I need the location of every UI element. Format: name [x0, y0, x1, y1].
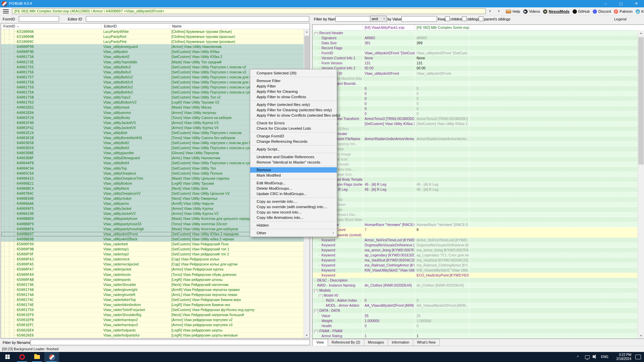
taskbar-item-fo4edit[interactable] — [44, 352, 59, 362]
collapse-icon[interactable]: − — [319, 295, 322, 298]
menu-item-apply-filter-for-cleaning-selected-files-only[interactable]: Apply Filter for Cleaning (selected file… — [250, 107, 337, 113]
menu-item-compare-selected-39[interactable]: Compare Selected (39) — [250, 70, 337, 76]
view-row[interactable]: ┄INRD - Instance Namingdn_Clothes [INNR:… — [313, 283, 638, 288]
minimize-button[interactable]: – — [598, 0, 613, 7]
view-row[interactable]: ┄45 - [A] R Leg45 - [A] R Leg45 - [A] R … — [313, 187, 638, 192]
menu-item-apply-script[interactable]: Apply Script... — [250, 146, 337, 152]
view-header-master-plugin[interactable]: [64] VtawUtilityPack1.esp — [363, 25, 415, 30]
view-row[interactable]: ┄Color Remapping Ind... — [313, 141, 638, 146]
view-row[interactable]: ┄EDID - Editor IDVtaw_utilityskirt2Front… — [313, 71, 638, 76]
filter-value-input[interactable] — [401, 16, 437, 22]
menu-item-change-formid[interactable]: Change FormID — [250, 133, 337, 139]
view-row[interactable]: ┄Keyword Count78 — [313, 227, 638, 232]
table-row[interactable]: 65000FA7Vtaw_raiderjacket[Armor] Vtaw Ре… — [1, 267, 304, 272]
scroll-down-icon[interactable]: ▼ — [304, 333, 310, 338]
table-row[interactable]: 65001EF9Vtaw_raiderShoulderBig[Neck] Vta… — [1, 312, 304, 317]
column-header-name[interactable]: Name — [170, 23, 310, 29]
view-row[interactable]: ┄Keywordma_armor_lining [KYWD:0007FA...m… — [313, 248, 638, 253]
view-row[interactable]: ┄Sound - Pick Up — [313, 197, 638, 202]
table-row[interactable]: 65000FABVtaw_raiderpants[LegR] Vtaw рейд… — [1, 277, 304, 282]
menu-item-undelete-and-disable-references[interactable]: Undelete and Disable References — [250, 154, 337, 160]
tab-referenced-by-2-[interactable]: Referenced By (2) — [328, 339, 364, 346]
menu-item-apply-filter-to-show-conflicts-selected-files-only[interactable]: Apply Filter to show Conflicts (selected… — [250, 113, 337, 118]
link-videos[interactable]: ▶Videos — [523, 9, 540, 14]
tab-view[interactable]: View — [312, 339, 328, 346]
view-row[interactable]: ┄FULL - Name[SetCustom] Vtaw Utility Юбк… — [313, 121, 638, 126]
link-ko-fi[interactable]: ☕Ko-Fi — [636, 9, 644, 14]
view-row[interactable]: ┄SignatureARMOARMO — [313, 36, 638, 41]
view-row[interactable]: ┄MODL - Armor AddonAA_Vtawutilityskirt2F… — [313, 303, 638, 308]
table-row[interactable]: 65001746Vtaw_raiderShoulder[Neck] Vtaw Р… — [1, 282, 304, 287]
menu-item-change-referencing-records[interactable]: Change Referencing Records — [250, 139, 337, 144]
menu-item-edit-modgroup[interactable]: Edit ModGroup... — [250, 180, 337, 186]
view-row[interactable]: ┄VMAD - Virtual Machine Ada... — [313, 76, 638, 81]
view-row[interactable]: ┄EITM - Object Effect — [313, 126, 638, 131]
start-button-icon[interactable] — [5, 355, 10, 359]
view-row[interactable]: −Record Header — [313, 31, 638, 36]
view-row[interactable]: ┄Form Version131131 — [313, 61, 638, 66]
taskbar-item-explorer[interactable] — [30, 352, 44, 362]
speaker-icon[interactable] — [593, 355, 594, 358]
link-help[interactable]: Help — [506, 9, 520, 13]
menu-item-copy-idle-animations-into[interactable]: Copy Idle Animations into... — [250, 215, 337, 220]
tray-chevron-icon[interactable]: ^ — [577, 355, 579, 359]
taskbar-item-opera[interactable] — [15, 352, 30, 362]
filter-operator-select[interactable]: and∨ — [370, 16, 387, 22]
maximize-button[interactable]: ▢ — [613, 0, 629, 7]
table-row[interactable]: 65001EFCVtaw_raiderharntopv3[Armor] Vtaw… — [1, 322, 304, 327]
collapse-icon[interactable]: − — [314, 32, 318, 36]
view-row[interactable]: ┄BIDS - Bash Impact Dat... — [313, 212, 638, 217]
view-row[interactable]: ┄X100 — [313, 86, 638, 91]
keep-checkbox-children[interactable] — [445, 16, 450, 21]
collapse-icon[interactable]: − — [314, 310, 318, 313]
menu-item-update-crc-in-modgroups[interactable]: Update CRC in ModGroups... — [250, 191, 337, 196]
table-row[interactable]: 6500174AVtaw_raidergloveleft[ArmL] Vtaw … — [1, 292, 304, 297]
view-row[interactable]: ┄Y100 — [313, 91, 638, 96]
view-row[interactable]: ┄KeywordArmor_NoFirstTimeLoot [KYWD:...A… — [313, 238, 638, 243]
breadcrumb[interactable]: [FE 082] M8r Complex Sorter.esp (45A129B… — [12, 8, 486, 14]
table-row[interactable]: 65001750Vtaw_raiderTshirtForjacket[SetCu… — [1, 307, 304, 312]
view-row[interactable]: ┄Health00 — [313, 323, 638, 328]
view-row[interactable]: ┄Male Inventory Image — [313, 152, 638, 157]
link-patreon[interactable]: PPatreon — [614, 9, 633, 14]
column-header-formid[interactable]: FormID▲ — [1, 23, 102, 29]
nav-forward-button[interactable]: › — [495, 8, 502, 13]
view-row[interactable]: −Models — [313, 288, 638, 293]
view-row[interactable]: ┄Sound - Put Down — [313, 202, 638, 207]
table-row[interactable]: 6400B898Vtaw_utilityskirt2Back[SetCustom… — [1, 237, 304, 242]
collapse-icon[interactable]: − — [314, 330, 318, 334]
table-row[interactable]: 650026E6Vtaw_raiderhotpantsfur[LegR] Vta… — [1, 333, 304, 338]
table-row[interactable]: 6400173AVtaw_utilityskirt2[SetCustom] Vt… — [1, 54, 304, 59]
collapse-icon[interactable]: − — [314, 290, 318, 293]
filter-name-input[interactable] — [335, 16, 370, 22]
view-row[interactable]: ┄Female Message Icon — [313, 172, 638, 177]
view-row[interactable]: ┄Keywordap_Legendary [KYWD:001E32C8]ap_L… — [313, 253, 638, 258]
view-row[interactable]: ┄BAMT - Alternate Block Mate... — [313, 217, 638, 222]
editorid-input[interactable] — [86, 16, 309, 22]
scroll-down-icon[interactable]: ▼ — [638, 333, 644, 339]
table-row[interactable]: 6500174CVtaw_raiderbikiniTop[SetCustom] … — [1, 297, 304, 302]
table-row[interactable]: 65000FA9Vtaw_raiderboots[Torso] Vtaw Рей… — [1, 272, 304, 277]
menu-item-copy-as-override-into[interactable]: Copy as override into.... — [250, 199, 337, 204]
view-row[interactable]: ┄FormIDVtaw_utilityskirt2Front "[SetCust… — [313, 51, 638, 56]
view-row[interactable]: ┄RNAM - RaceHumanRace "Человек" [RACE:0.… — [313, 222, 638, 227]
close-button[interactable]: ✕ — [629, 0, 644, 7]
link-nexusmods[interactable]: NNexusMods — [543, 9, 570, 14]
menu-item-apply-filter-for-cleaning[interactable]: Apply Filter for Cleaning — [250, 89, 337, 94]
view-vertical-scrollbar[interactable]: ▲ ▼ — [638, 31, 644, 339]
view-row[interactable]: ┄KeywordKW_VtawUtilitySkirt2 "Vtaw Utili… — [313, 268, 638, 273]
legend-label[interactable]: Legend — [614, 17, 627, 21]
menu-item-other[interactable]: Other› — [250, 230, 337, 236]
menu-item-remove-filter[interactable]: Remove Filter — [250, 78, 337, 83]
menu-item-delete-modgroups[interactable]: Delete ModGroups... — [250, 186, 337, 191]
table-row[interactable]: 6500174EVtaw_raiderbikinibottom[LegR] Vt… — [1, 302, 304, 307]
view-row[interactable]: ┄X200 — [313, 101, 638, 106]
menu-item-check-for-errors[interactable]: Check for Errors — [250, 120, 337, 126]
keep-checkbox-siblings[interactable] — [462, 16, 467, 21]
view-row[interactable]: ┄KeywordDogmeatNoVisualsOnRetrieve [K...… — [313, 243, 638, 248]
menu-item-remove-identical-to-master-records[interactable]: Remove "Identical to Master" records — [250, 160, 337, 165]
view-row[interactable]: −KWDA - Keywords (sorted) — [313, 233, 638, 238]
tab-information[interactable]: Information — [388, 339, 414, 346]
tab-messages[interactable]: Messages — [364, 339, 388, 346]
menu-item-mark-modified[interactable]: Mark Modified — [250, 173, 337, 178]
